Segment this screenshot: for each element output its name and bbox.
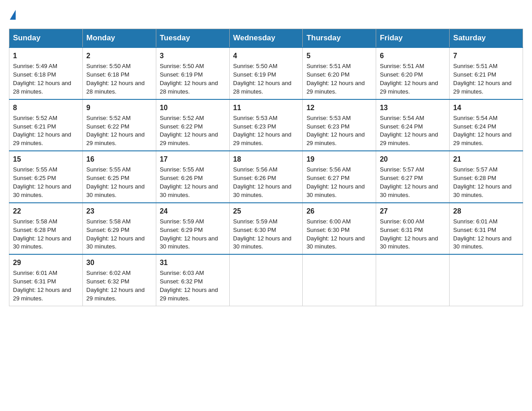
day-number: 5: [306, 51, 372, 61]
daylight-info: Daylight: 12 hours and 28 minutes.: [160, 80, 218, 95]
sunset-info: Sunset: 6:21 PM: [453, 71, 496, 78]
day-header-monday: Monday: [82, 29, 156, 48]
sunrise-info: Sunrise: 5:52 AM: [86, 115, 131, 121]
sunrise-info: Sunrise: 6:00 AM: [380, 218, 424, 225]
daylight-info: Daylight: 12 hours and 30 minutes.: [380, 183, 438, 198]
sunrise-info: Sunrise: 5:50 AM: [160, 63, 204, 69]
day-header-saturday: Saturday: [450, 29, 523, 48]
day-number: 21: [453, 154, 519, 164]
sunset-info: Sunset: 6:32 PM: [86, 278, 129, 285]
sunset-info: Sunset: 6:26 PM: [160, 175, 203, 181]
day-number: 17: [160, 154, 226, 164]
calendar-cell: 24 Sunrise: 5:59 AM Sunset: 6:29 PM Dayl…: [156, 203, 229, 255]
calendar-cell: 6 Sunrise: 5:51 AM Sunset: 6:20 PM Dayli…: [376, 47, 450, 99]
day-number: 27: [380, 206, 446, 216]
sunrise-info: Sunrise: 5:57 AM: [453, 166, 498, 173]
sunrise-info: Sunrise: 5:55 AM: [13, 166, 57, 173]
sunset-info: Sunset: 6:31 PM: [380, 227, 423, 233]
day-number: 15: [13, 154, 79, 164]
daylight-info: Daylight: 12 hours and 29 minutes.: [13, 287, 71, 302]
day-number: 30: [86, 257, 152, 268]
daylight-info: Daylight: 12 hours and 29 minutes.: [86, 131, 145, 146]
daylight-info: Daylight: 12 hours and 29 minutes.: [453, 131, 511, 146]
daylight-info: Daylight: 12 hours and 29 minutes.: [86, 287, 145, 302]
calendar-cell: 27 Sunrise: 6:00 AM Sunset: 6:31 PM Dayl…: [376, 203, 450, 255]
calendar-cell: 28 Sunrise: 6:01 AM Sunset: 6:31 PM Dayl…: [450, 203, 523, 255]
daylight-info: Daylight: 12 hours and 30 minutes.: [306, 235, 365, 250]
calendar-cell: 25 Sunrise: 5:59 AM Sunset: 6:30 PM Dayl…: [229, 203, 303, 255]
calendar-header: SundayMondayTuesdayWednesdayThursdayFrid…: [9, 29, 523, 48]
calendar-cell: 18 Sunrise: 5:56 AM Sunset: 6:26 PM Dayl…: [229, 151, 303, 203]
daylight-info: Daylight: 12 hours and 29 minutes.: [13, 131, 71, 146]
page-header: [9, 9, 523, 20]
calendar-cell: 19 Sunrise: 5:56 AM Sunset: 6:27 PM Dayl…: [303, 151, 376, 203]
sunset-info: Sunset: 6:27 PM: [306, 175, 349, 181]
day-number: 13: [380, 103, 446, 113]
daylight-info: Daylight: 12 hours and 30 minutes.: [233, 235, 292, 250]
daylight-info: Daylight: 12 hours and 30 minutes.: [160, 235, 218, 250]
sunrise-info: Sunrise: 5:58 AM: [13, 218, 57, 225]
calendar-cell: 15 Sunrise: 5:55 AM Sunset: 6:25 PM Dayl…: [9, 151, 83, 203]
daylight-info: Daylight: 12 hours and 29 minutes.: [453, 80, 511, 95]
day-number: 8: [13, 103, 79, 113]
day-number: 2: [86, 51, 152, 61]
day-number: 10: [160, 103, 226, 113]
calendar-cell: 3 Sunrise: 5:50 AM Sunset: 6:19 PM Dayli…: [156, 47, 229, 99]
sunset-info: Sunset: 6:32 PM: [160, 278, 203, 285]
calendar-week-1: 1 Sunrise: 5:49 AM Sunset: 6:18 PM Dayli…: [9, 47, 523, 99]
sunrise-info: Sunrise: 5:51 AM: [380, 63, 424, 69]
sunrise-info: Sunrise: 5:59 AM: [233, 218, 278, 225]
day-number: 18: [233, 154, 299, 164]
calendar-cell: 31 Sunrise: 6:03 AM Sunset: 6:32 PM Dayl…: [156, 254, 229, 306]
daylight-info: Daylight: 12 hours and 28 minutes.: [13, 80, 71, 95]
sunrise-info: Sunrise: 5:49 AM: [13, 63, 57, 69]
day-number: 1: [13, 51, 79, 61]
sunset-info: Sunset: 6:29 PM: [86, 227, 129, 233]
sunrise-info: Sunrise: 5:54 AM: [380, 115, 424, 121]
day-number: 19: [306, 154, 372, 164]
day-number: 25: [233, 206, 299, 216]
sunrise-info: Sunrise: 6:03 AM: [160, 270, 204, 276]
sunrise-info: Sunrise: 5:55 AM: [86, 166, 131, 173]
sunrise-info: Sunrise: 5:59 AM: [160, 218, 204, 225]
day-number: 9: [86, 103, 152, 113]
sunset-info: Sunset: 6:20 PM: [306, 71, 349, 78]
calendar-cell: 1 Sunrise: 5:49 AM Sunset: 6:18 PM Dayli…: [9, 47, 83, 99]
day-number: 11: [233, 103, 299, 113]
day-number: 12: [306, 103, 372, 113]
calendar-cell: 10 Sunrise: 5:52 AM Sunset: 6:22 PM Dayl…: [156, 99, 229, 151]
calendar-cell: 16 Sunrise: 5:55 AM Sunset: 6:25 PM Dayl…: [82, 151, 156, 203]
logo: [9, 9, 16, 20]
calendar-cell: 21 Sunrise: 5:57 AM Sunset: 6:28 PM Dayl…: [450, 151, 523, 203]
day-number: 23: [86, 206, 152, 216]
sunset-info: Sunset: 6:23 PM: [233, 123, 276, 130]
sunset-info: Sunset: 6:22 PM: [86, 123, 129, 130]
calendar-cell: 13 Sunrise: 5:54 AM Sunset: 6:24 PM Dayl…: [376, 99, 450, 151]
daylight-info: Daylight: 12 hours and 28 minutes.: [86, 80, 145, 95]
daylight-info: Daylight: 12 hours and 29 minutes.: [160, 131, 218, 146]
daylight-info: Daylight: 12 hours and 28 minutes.: [233, 80, 292, 95]
sunset-info: Sunset: 6:24 PM: [380, 123, 423, 130]
day-header-wednesday: Wednesday: [229, 29, 303, 48]
day-number: 31: [160, 257, 226, 268]
daylight-info: Daylight: 12 hours and 30 minutes.: [233, 183, 292, 198]
calendar-cell: 14 Sunrise: 5:54 AM Sunset: 6:24 PM Dayl…: [450, 99, 523, 151]
sunrise-info: Sunrise: 5:52 AM: [13, 115, 57, 121]
daylight-info: Daylight: 12 hours and 30 minutes.: [306, 183, 365, 198]
calendar-cell: 30 Sunrise: 6:02 AM Sunset: 6:32 PM Dayl…: [82, 254, 156, 306]
calendar-cell: 17 Sunrise: 5:55 AM Sunset: 6:26 PM Dayl…: [156, 151, 229, 203]
sunset-info: Sunset: 6:31 PM: [453, 227, 496, 233]
sunset-info: Sunset: 6:31 PM: [13, 278, 56, 285]
daylight-info: Daylight: 12 hours and 29 minutes.: [160, 287, 218, 302]
calendar-cell: [376, 254, 450, 306]
day-number: 26: [306, 206, 372, 216]
day-number: 7: [453, 51, 519, 61]
day-number: 28: [453, 206, 519, 216]
sunset-info: Sunset: 6:19 PM: [233, 71, 276, 78]
sunrise-info: Sunrise: 5:50 AM: [86, 63, 131, 69]
sunset-info: Sunset: 6:28 PM: [453, 175, 496, 181]
day-header-thursday: Thursday: [303, 29, 376, 48]
sunrise-info: Sunrise: 5:50 AM: [233, 63, 278, 69]
calendar-cell: 26 Sunrise: 6:00 AM Sunset: 6:30 PM Dayl…: [303, 203, 376, 255]
calendar-cell: 2 Sunrise: 5:50 AM Sunset: 6:18 PM Dayli…: [82, 47, 156, 99]
